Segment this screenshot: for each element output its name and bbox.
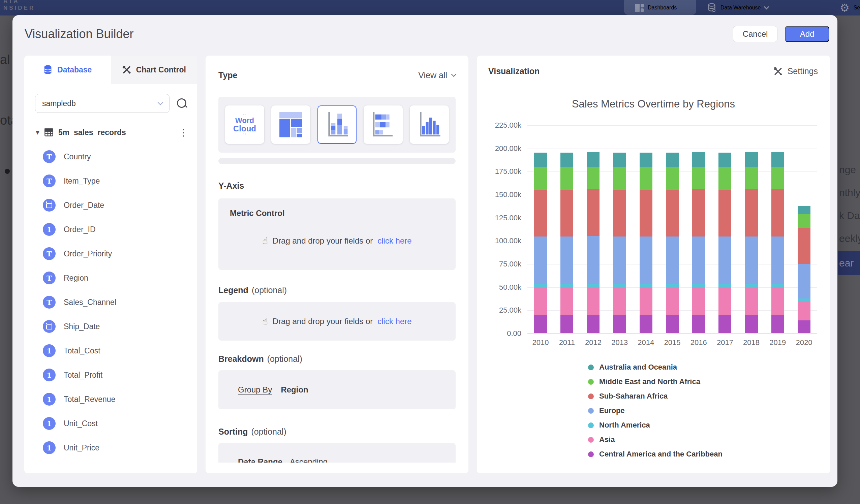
bar-segment[interactable] — [798, 320, 811, 333]
metric-click-here-link[interactable]: click here — [377, 236, 412, 246]
bar-segment[interactable] — [745, 236, 758, 284]
bar-2016[interactable] — [692, 152, 705, 333]
bar-segment[interactable] — [771, 315, 784, 333]
nav-settings[interactable]: ⚙ Settings — [840, 0, 860, 15]
bar-segment[interactable] — [587, 236, 600, 284]
caret-down-icon[interactable]: ▾ — [36, 128, 40, 137]
sorting-row[interactable]: Data Range Ascending — [238, 457, 456, 463]
bar-2020[interactable] — [798, 206, 811, 333]
field-Item_Type[interactable]: TItem_Type — [24, 169, 197, 193]
group-by-button[interactable]: Group By — [238, 385, 272, 394]
nav-dashboards[interactable]: Dashboards — [635, 0, 677, 15]
tab-database[interactable]: Database — [24, 56, 111, 84]
field-Country[interactable]: TCountry — [24, 145, 197, 169]
bar-segment[interactable] — [718, 284, 731, 287]
chart-type-word-cloud[interactable]: ▪ ▫ Word Cloud ▫ ▪ — [225, 105, 264, 144]
legend-item[interactable]: Europe — [588, 406, 722, 415]
bar-segment[interactable] — [798, 264, 811, 299]
table-tree-header[interactable]: ▾ 5m_sales_records ⋮ — [36, 125, 188, 140]
bar-segment[interactable] — [640, 167, 653, 190]
chart-type-stacked-bar[interactable] — [363, 105, 403, 144]
bar-segment[interactable] — [613, 153, 626, 167]
field-Total_Cost[interactable]: 1Total_Cost — [24, 339, 197, 363]
chart-type-column[interactable] — [410, 105, 449, 144]
type-strip-scrollbar[interactable] — [218, 158, 456, 164]
background-menu-item[interactable]: nge — [838, 158, 860, 181]
kebab-menu-icon[interactable]: ⋮ — [179, 127, 188, 138]
bar-2012[interactable] — [587, 152, 600, 333]
bar-segment[interactable] — [745, 152, 758, 167]
background-menu-item-selected[interactable]: ear — [838, 251, 860, 275]
legend-item[interactable]: Australia and Oceania — [588, 363, 722, 372]
cancel-button[interactable]: Cancel — [733, 26, 777, 42]
chart-type-treemap[interactable] — [271, 105, 310, 144]
bar-segment[interactable] — [613, 284, 626, 287]
bar-2019[interactable] — [771, 152, 784, 333]
bar-segment[interactable] — [745, 284, 758, 287]
legend-item[interactable]: Asia — [588, 435, 722, 444]
bar-segment[interactable] — [560, 167, 573, 190]
bar-2014[interactable] — [640, 153, 653, 333]
bar-segment[interactable] — [560, 236, 573, 284]
field-Unit_Cost[interactable]: 1Unit_Cost — [24, 411, 197, 436]
bar-segment[interactable] — [640, 190, 653, 236]
bar-segment[interactable] — [718, 315, 731, 333]
bar-segment[interactable] — [640, 284, 653, 287]
bar-segment[interactable] — [771, 236, 784, 284]
bar-segment[interactable] — [692, 284, 705, 287]
bar-segment[interactable] — [587, 189, 600, 236]
tab-chart-control[interactable]: Chart Control — [111, 56, 198, 84]
bar-segment[interactable] — [771, 189, 784, 236]
field-Order_Date[interactable]: Order_Date — [24, 193, 197, 217]
bar-segment[interactable] — [745, 167, 758, 189]
field-Region[interactable]: TRegion — [24, 266, 197, 290]
legend-click-here-link[interactable]: click here — [377, 317, 412, 326]
chart-settings-button[interactable]: Settings — [773, 66, 818, 76]
legend-item[interactable]: Central America and the Caribbean — [588, 450, 722, 459]
background-menu-item[interactable]: nthly — [838, 181, 860, 204]
field-Ship_Date[interactable]: Ship_Date — [24, 314, 197, 339]
field-Order_Priority[interactable]: TOrder_Priority — [24, 242, 197, 266]
bar-segment[interactable] — [745, 287, 758, 315]
bar-segment[interactable] — [587, 152, 600, 167]
bar-segment[interactable] — [666, 190, 679, 236]
bar-segment[interactable] — [640, 153, 653, 167]
legend-item[interactable]: Sub-Saharan Africa — [588, 392, 722, 401]
bar-segment[interactable] — [771, 284, 784, 287]
bar-segment[interactable] — [771, 287, 784, 315]
bar-segment[interactable] — [718, 236, 731, 284]
bar-segment[interactable] — [771, 152, 784, 167]
bar-2010[interactable] — [534, 153, 547, 333]
bar-segment[interactable] — [692, 236, 705, 284]
field-Total_Profit[interactable]: 1Total_Profit — [24, 363, 197, 387]
bar-segment[interactable] — [560, 315, 573, 333]
bar-segment[interactable] — [798, 299, 811, 301]
bar-segment[interactable] — [666, 315, 679, 333]
bar-segment[interactable] — [666, 287, 679, 315]
bar-segment[interactable] — [692, 189, 705, 236]
bar-segment[interactable] — [534, 167, 547, 190]
legend-dropzone[interactable]: ☝ Drag and drop your fields or click her… — [218, 302, 456, 341]
nav-data-warehouse[interactable]: Data Warehouse — [707, 0, 768, 15]
bar-segment[interactable] — [771, 167, 784, 189]
bar-segment[interactable] — [587, 315, 600, 333]
bar-segment[interactable] — [640, 315, 653, 333]
bar-segment[interactable] — [560, 190, 573, 236]
bar-segment[interactable] — [534, 153, 547, 167]
field-Total_Revenue[interactable]: 1Total_Revenue — [24, 387, 197, 411]
bar-segment[interactable] — [613, 190, 626, 236]
bar-2018[interactable] — [745, 152, 758, 333]
bar-segment[interactable] — [613, 167, 626, 190]
bar-segment[interactable] — [587, 167, 600, 189]
bar-segment[interactable] — [798, 228, 811, 264]
bar-segment[interactable] — [718, 153, 731, 167]
bar-segment[interactable] — [798, 214, 811, 228]
bar-segment[interactable] — [692, 152, 705, 167]
bar-segment[interactable] — [798, 301, 811, 320]
bar-segment[interactable] — [587, 284, 600, 287]
bar-segment[interactable] — [613, 287, 626, 315]
bar-segment[interactable] — [534, 287, 547, 315]
bar-segment[interactable] — [534, 284, 547, 287]
background-menu-item[interactable]: eekly — [838, 227, 860, 250]
bar-segment[interactable] — [666, 284, 679, 287]
